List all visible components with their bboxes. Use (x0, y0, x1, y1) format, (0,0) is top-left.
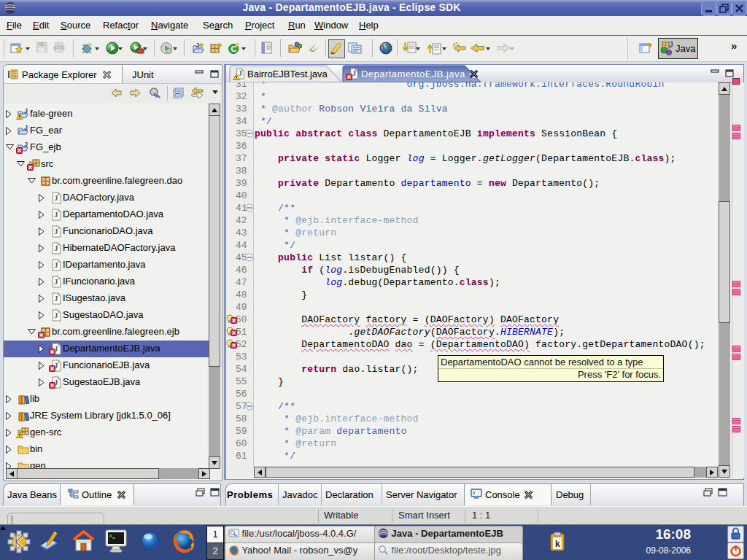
svg-text:C: C (231, 44, 237, 53)
svg-text:J: J (54, 294, 58, 303)
svg-text:J: J (54, 193, 58, 202)
svg-text:J: J (24, 141, 28, 148)
svg-text:J: J (54, 277, 58, 286)
svg-text:J: J (352, 69, 356, 77)
svg-text:J: J (54, 311, 58, 319)
svg-text:J: J (24, 108, 28, 114)
svg-text:J: J (24, 125, 28, 131)
svg-text:J: J (196, 42, 199, 49)
svg-text:J: J (669, 42, 673, 49)
svg-text:J: J (54, 210, 58, 219)
svg-text:J: J (54, 227, 58, 236)
svg-text:k: k (555, 539, 560, 549)
svg-text:J: J (54, 260, 58, 269)
svg-text:J: J (54, 244, 58, 252)
